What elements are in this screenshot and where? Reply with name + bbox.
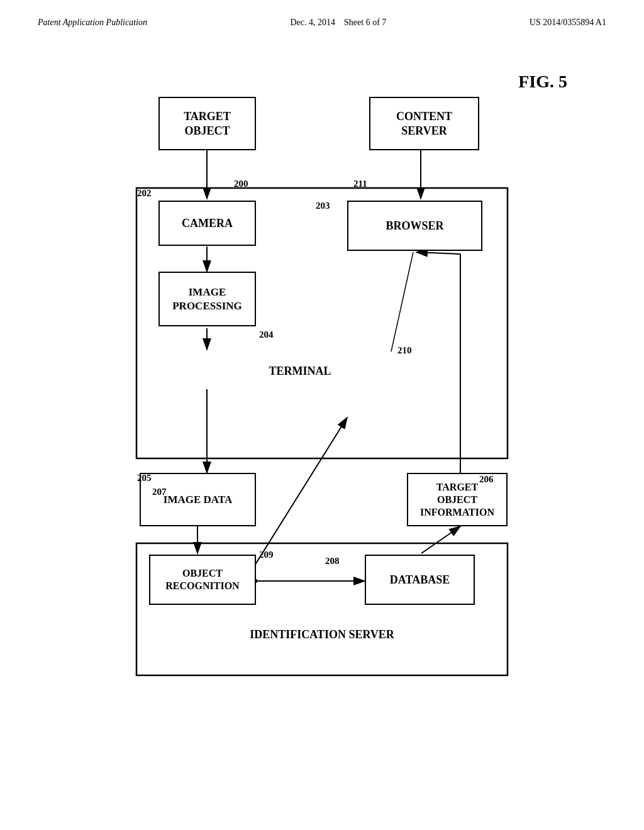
header-sheet: Sheet 6 of 7 <box>344 18 386 27</box>
box-image-data: IMAGE DATA <box>140 473 256 526</box>
box-database: DATABASE <box>365 555 475 605</box>
box-object-recognition: OBJECT RECOGNITION <box>149 555 256 605</box>
ref-211: 211 <box>353 179 367 189</box>
box-image-processing: IMAGE PROCESSING <box>158 272 256 326</box>
ref-202: 202 <box>137 188 152 199</box>
header-publication: Patent Application Publication <box>38 18 147 28</box>
diagram: FIG. 5 <box>77 65 567 694</box>
ref-207: 207 <box>152 487 167 497</box>
ref-209: 209 <box>259 550 274 560</box>
ref-210: 210 <box>397 345 412 356</box>
header-center: Dec. 4, 2014 Sheet 6 of 7 <box>291 18 387 28</box>
header-date: Dec. 4, 2014 <box>291 18 336 27</box>
terminal-label: TERMINAL <box>158 352 441 390</box>
page-header: Patent Application Publication Dec. 4, 2… <box>0 0 644 28</box>
ref-203: 203 <box>316 201 330 211</box>
id-server-label: IDENTIFICATION SERVER <box>136 619 508 650</box>
ref-208: 208 <box>325 556 340 567</box>
ref-205: 205 <box>137 473 152 484</box>
figure-label: FIG. 5 <box>518 72 567 92</box>
svg-line-16 <box>416 252 460 254</box>
ref-204: 204 <box>259 329 274 340</box>
svg-line-14 <box>421 526 460 553</box>
ref-206: 206 <box>479 474 494 485</box>
box-target-object: TARGET OBJECT <box>158 97 256 150</box>
ref-200: 200 <box>234 179 248 189</box>
svg-line-13 <box>253 418 347 568</box>
header-patent: US 2014/0355894 A1 <box>530 18 606 28</box>
box-camera: CAMERA <box>158 201 256 246</box>
box-browser: BROWSER <box>347 201 482 251</box>
box-content-server: CONTENT SERVER <box>369 97 479 150</box>
svg-line-17 <box>391 252 413 351</box>
